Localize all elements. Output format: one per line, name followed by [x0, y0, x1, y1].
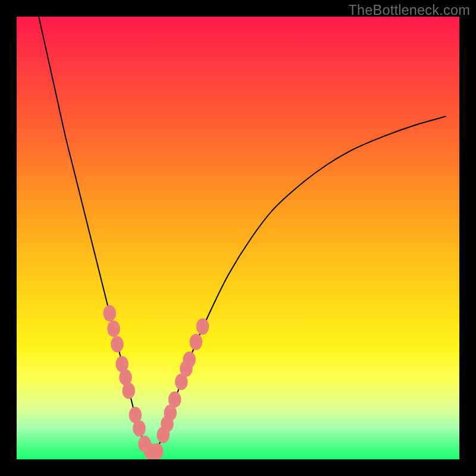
- data-marker: [133, 420, 146, 437]
- data-marker: [168, 392, 181, 408]
- data-marker: [107, 321, 120, 337]
- marker-group: [103, 305, 209, 459]
- chart-area: [17, 17, 459, 459]
- watermark-text: TheBottleneck.com: [348, 2, 470, 18]
- data-marker: [122, 383, 135, 399]
- data-marker: [103, 305, 116, 322]
- data-marker: [190, 334, 203, 350]
- data-marker: [151, 443, 164, 459]
- data-marker: [183, 352, 196, 368]
- data-marker: [111, 336, 124, 353]
- bottleneck-curve: [39, 17, 446, 451]
- data-marker: [196, 318, 209, 335]
- chart-svg: [17, 17, 459, 459]
